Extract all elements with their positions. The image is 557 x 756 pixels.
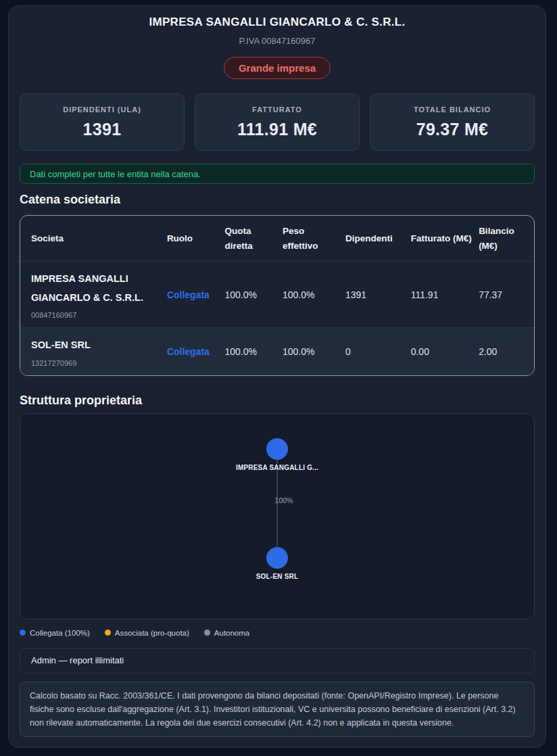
autonoma-dot-icon	[204, 630, 210, 636]
table-header-row: Societa Ruolo Quota diretta Peso effetti…	[20, 216, 534, 262]
stat-label-revenue: FATTURATO	[252, 105, 302, 114]
tree-legend: Collegata (100%) Associata (pro-quota) A…	[20, 628, 535, 638]
col-header-revenue: Fatturato (M€)	[411, 231, 479, 246]
row-employees: 1391	[345, 289, 411, 300]
legend-label: Autonoma	[214, 629, 249, 637]
row-direct-share: 100.0%	[224, 346, 283, 357]
col-header-direct-share: Quota diretta	[224, 224, 283, 253]
structure-section-title: Struttura proprietaria	[20, 394, 535, 408]
legend-item-autonoma: Autonoma	[204, 629, 249, 637]
chain-table: Societa Ruolo Quota diretta Peso effetti…	[20, 215, 535, 376]
stat-card-balance: TOTALE BILANCIO 79.37 M€	[370, 93, 535, 151]
associata-dot-icon	[105, 630, 111, 636]
table-row: SOL-EN SRL 13217270969 Collegata 100.0% …	[20, 328, 534, 375]
stat-card-employees: DIPENDENTI (ULA) 1391	[20, 93, 185, 151]
row-effective-weight: 100.0%	[283, 346, 345, 357]
legend-item-associata: Associata (pro-quota)	[105, 629, 189, 637]
legend-label: Associata (pro-quota)	[115, 629, 189, 637]
tree-edge-label: 100%	[275, 496, 293, 504]
row-company-vat: 00847160967	[31, 311, 160, 319]
alert-message: Dati completi per tutte le entita nella …	[30, 169, 201, 179]
col-header-effective-weight: Peso effettivo	[283, 224, 345, 253]
row-role-link[interactable]: Collegata	[167, 346, 210, 357]
chain-section-title: Catena societaria	[20, 193, 535, 208]
stat-label-balance: TOTALE BILANCIO	[414, 105, 491, 114]
row-role-link[interactable]: Collegata	[167, 289, 210, 300]
col-header-balance: Bilancio (M€)	[479, 224, 534, 253]
stat-value-employees: 1391	[83, 120, 122, 139]
row-balance: 2.00	[479, 346, 534, 357]
company-name: IMPRESA SANGALLI GIANCARLO & C. S.R.L.	[20, 16, 535, 29]
company-size-badge: Grande impresa	[224, 57, 331, 79]
cell-company: IMPRESA SANGALLI GIANCARLO & C. S.R.L. 0…	[31, 262, 167, 327]
plan-note-text: Admin — report illimitati	[31, 655, 124, 665]
cell-company: SOL-EN SRL 13217270969	[31, 328, 167, 375]
report-panel: IMPRESA SANGALLI GIANCARLO & C. S.R.L. P…	[8, 5, 546, 748]
col-header-employees: Dipendenti	[345, 231, 411, 246]
stats-row: DIPENDENTI (ULA) 1391 FATTURATO 111.91 M…	[20, 93, 535, 151]
data-complete-alert: Dati completi per tutte le entita nella …	[20, 164, 535, 184]
row-balance: 77.37	[479, 289, 534, 300]
legend-label: Collegata (100%)	[30, 629, 90, 637]
child-company-label: SOL-EN SRL	[256, 573, 299, 580]
row-effective-weight: 100.0%	[283, 289, 345, 300]
col-header-role: Ruolo	[167, 231, 225, 246]
row-direct-share: 100.0%	[224, 289, 283, 300]
collegata-dot-icon	[20, 630, 26, 636]
row-revenue: 111.91	[411, 289, 479, 300]
badge-row: Grande impresa	[20, 57, 535, 79]
table-row: IMPRESA SANGALLI GIANCARLO & C. S.R.L. 0…	[20, 262, 534, 328]
row-company-name: IMPRESA SANGALLI GIANCARLO & C. S.R.L.	[31, 270, 160, 307]
stat-card-revenue: FATTURATO 111.91 M€	[195, 93, 360, 151]
root-company-node[interactable]	[266, 438, 288, 460]
child-company-node[interactable]	[266, 547, 288, 569]
stat-label-employees: DIPENDENTI (ULA)	[63, 105, 141, 114]
disclaimer-box: Calcolo basato su Racc. 2003/361/CE. I d…	[20, 682, 535, 737]
col-header-company: Societa	[31, 231, 167, 246]
root-company-label: IMPRESA SANGALLI G...	[236, 464, 318, 471]
disclaimer-text: Calcolo basato su Racc. 2003/361/CE. I d…	[30, 691, 516, 728]
row-company-name: SOL-EN SRL	[31, 336, 160, 355]
stat-value-balance: 79.37 M€	[416, 120, 489, 139]
stat-value-revenue: 111.91 M€	[237, 120, 317, 139]
ownership-tree-chart: 100% IMPRESA SANGALLI G... SOL-EN SRL	[20, 413, 535, 619]
company-vat: P.IVA 00847160967	[20, 36, 535, 46]
row-revenue: 0.00	[411, 346, 479, 357]
row-employees: 0	[345, 346, 411, 357]
legend-item-collegata: Collegata (100%)	[20, 629, 90, 637]
row-company-vat: 13217270969	[31, 359, 160, 367]
plan-note-box: Admin — report illimitati	[20, 648, 535, 674]
